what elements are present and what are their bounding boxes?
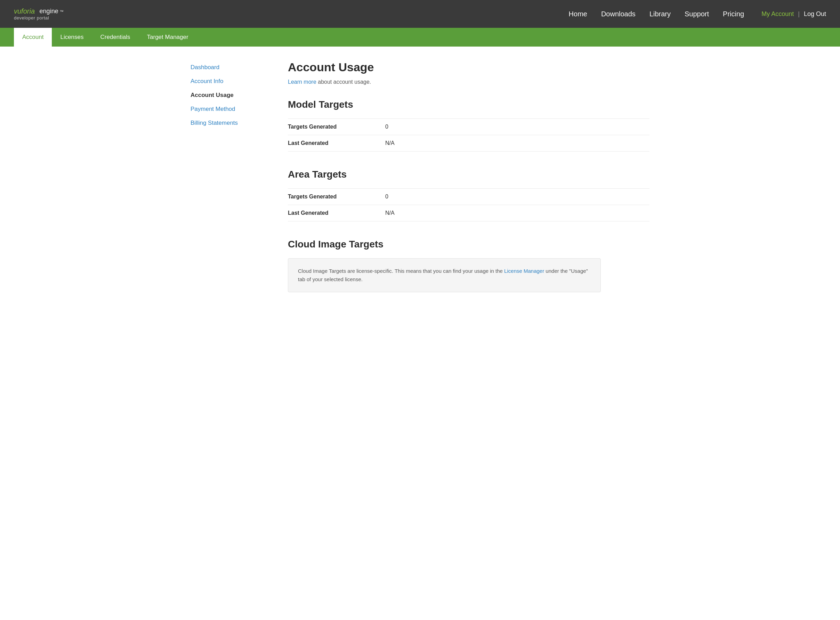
- model-targets-last-generated-row: Last Generated N/A: [288, 135, 650, 152]
- sub-nav-account[interactable]: Account: [14, 28, 52, 47]
- model-targets-generated-value: 0: [385, 124, 388, 130]
- cloud-image-targets-info-box: Cloud Image Targets are license-specific…: [288, 258, 601, 292]
- info-box-text-before: Cloud Image Targets are license-specific…: [298, 268, 504, 274]
- sub-nav-licenses-link[interactable]: Licenses: [52, 28, 92, 47]
- learn-more-link[interactable]: Learn more: [288, 79, 317, 85]
- nav-downloads[interactable]: Downloads: [601, 10, 636, 18]
- area-targets-last-generated-row: Last Generated N/A: [288, 205, 650, 221]
- model-targets-table: Targets Generated 0 Last Generated N/A: [288, 119, 650, 152]
- sub-nav-items: Account Licenses Credentials Target Mana…: [14, 28, 197, 47]
- sidebar-item-account-info[interactable]: Account Info: [190, 78, 267, 85]
- sub-nav-licenses[interactable]: Licenses: [52, 28, 92, 47]
- logo-top: vuforia engine ™: [14, 7, 63, 15]
- area-targets-generated-row: Targets Generated 0: [288, 188, 650, 205]
- license-manager-link[interactable]: License Manager: [504, 268, 544, 274]
- nav-support-link[interactable]: Support: [685, 10, 709, 18]
- nav-home[interactable]: Home: [569, 10, 587, 18]
- page-subtitle: Learn more about account usage.: [288, 79, 650, 85]
- model-targets-last-generated-value: N/A: [385, 140, 395, 146]
- main-layout: Dashboard Account Info Account Usage Pay…: [176, 47, 664, 306]
- nav-divider: |: [798, 11, 800, 18]
- sub-nav-target-manager[interactable]: Target Manager: [139, 28, 197, 47]
- main-nav: Home Downloads Library Support Pricing: [569, 10, 744, 18]
- section-model-targets: Model Targets Targets Generated 0 Last G…: [288, 99, 650, 152]
- area-targets-generated-value: 0: [385, 194, 388, 200]
- nav-downloads-link[interactable]: Downloads: [601, 10, 636, 18]
- nav-pricing[interactable]: Pricing: [723, 10, 744, 18]
- area-targets-last-generated-label: Last Generated: [288, 210, 385, 216]
- nav-support[interactable]: Support: [685, 10, 709, 18]
- area-targets-generated-label: Targets Generated: [288, 194, 385, 200]
- sub-nav-account-link[interactable]: Account: [14, 28, 52, 47]
- logout-link[interactable]: Log Out: [804, 11, 826, 18]
- model-targets-title: Model Targets: [288, 99, 650, 110]
- sidebar-item-dashboard[interactable]: Dashboard: [190, 64, 267, 71]
- section-cloud-image-targets: Cloud Image Targets Cloud Image Targets …: [288, 239, 650, 292]
- model-targets-generated-label: Targets Generated: [288, 124, 385, 130]
- logo-engine: engine: [40, 8, 59, 15]
- cloud-image-targets-title: Cloud Image Targets: [288, 239, 650, 250]
- sidebar-link-billing-statements[interactable]: Billing Statements: [190, 120, 238, 126]
- logo-vuforia: vuforia: [14, 7, 35, 15]
- subtitle-after: about account usage.: [317, 79, 371, 85]
- user-nav: My Account | Log Out: [762, 11, 826, 18]
- sidebar-link-dashboard[interactable]: Dashboard: [190, 64, 219, 71]
- logo-sub: developer portal: [14, 15, 63, 21]
- sidebar-item-billing-statements[interactable]: Billing Statements: [190, 120, 267, 126]
- model-targets-last-generated-label: Last Generated: [288, 140, 385, 146]
- sub-nav-target-manager-link[interactable]: Target Manager: [139, 28, 197, 47]
- page-title: Account Usage: [288, 60, 650, 74]
- top-nav: vuforia engine ™ developer portal Home D…: [0, 0, 840, 28]
- area-targets-title: Area Targets: [288, 169, 650, 180]
- sidebar-list: Dashboard Account Info Account Usage Pay…: [190, 64, 267, 126]
- my-account-link[interactable]: My Account: [762, 11, 794, 18]
- sidebar: Dashboard Account Info Account Usage Pay…: [190, 60, 267, 292]
- sidebar-link-account-usage[interactable]: Account Usage: [190, 92, 234, 98]
- area-targets-table: Targets Generated 0 Last Generated N/A: [288, 188, 650, 221]
- sidebar-link-account-info[interactable]: Account Info: [190, 78, 223, 84]
- nav-library-link[interactable]: Library: [650, 10, 671, 18]
- logo-tm: ™: [60, 9, 63, 14]
- sidebar-item-account-usage[interactable]: Account Usage: [190, 92, 267, 99]
- sub-nav-credentials[interactable]: Credentials: [92, 28, 139, 47]
- content-area: Account Usage Learn more about account u…: [267, 60, 650, 292]
- sub-nav-credentials-link[interactable]: Credentials: [92, 28, 139, 47]
- logo-area: vuforia engine ™ developer portal: [14, 7, 63, 21]
- section-area-targets: Area Targets Targets Generated 0 Last Ge…: [288, 169, 650, 221]
- nav-home-link[interactable]: Home: [569, 10, 587, 18]
- nav-pricing-link[interactable]: Pricing: [723, 10, 744, 18]
- sidebar-item-payment-method[interactable]: Payment Method: [190, 106, 267, 113]
- nav-library[interactable]: Library: [650, 10, 671, 18]
- sub-nav: Account Licenses Credentials Target Mana…: [0, 28, 840, 47]
- model-targets-generated-row: Targets Generated 0: [288, 119, 650, 135]
- logo-space: [36, 7, 38, 15]
- sidebar-link-payment-method[interactable]: Payment Method: [190, 106, 235, 112]
- area-targets-last-generated-value: N/A: [385, 210, 395, 216]
